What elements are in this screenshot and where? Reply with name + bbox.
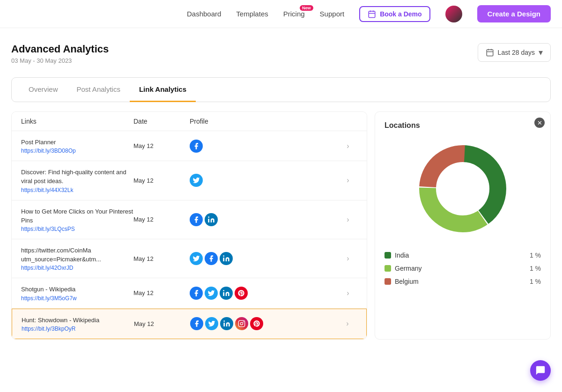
pi-icon: [235, 287, 248, 300]
col-date: Date: [133, 118, 190, 125]
svg-point-14: [243, 321, 244, 322]
page-header: Advanced Analytics 03 May - 30 May 2023 …: [11, 43, 551, 64]
donut-svg: [411, 137, 514, 240]
page-date-range: 03 May - 30 May 2023: [11, 57, 109, 64]
legend-dot: [385, 278, 391, 285]
table-row[interactable]: https://twitter.com/CoinMa utm_source=Pi…: [12, 239, 367, 278]
li-icon: [205, 213, 218, 226]
link-date: May 12: [133, 142, 190, 149]
profile-icons: [190, 317, 338, 330]
legend-item: Belgium 1 %: [385, 278, 541, 285]
svg-point-8: [208, 216, 209, 218]
create-design-button[interactable]: Create a Design: [477, 5, 551, 22]
table-row[interactable]: Discover: Find high-quality content and …: [12, 161, 367, 200]
fb-icon: [190, 213, 203, 226]
book-demo-button[interactable]: Book a Demo: [359, 6, 430, 22]
row-chevron[interactable]: ›: [339, 142, 357, 150]
link-url[interactable]: https://bit.ly/44X32Lk: [21, 187, 133, 193]
ig-icon: [235, 317, 248, 330]
profile-icons: [190, 213, 339, 226]
link-date: May 12: [133, 289, 190, 296]
link-title: Shotgun - Wikipedia: [21, 286, 75, 293]
profile-icons: [190, 174, 339, 187]
li-icon: [220, 252, 233, 265]
table-row[interactable]: Hunt: Showdown - Wikipediahttps://bit.ly…: [12, 309, 367, 339]
link-url[interactable]: https://bit.ly/3BkpOyR: [22, 325, 134, 332]
navbar: Dashboard Templates Pricing New Support …: [0, 0, 562, 28]
svg-rect-0: [369, 11, 375, 18]
tab-post-analytics[interactable]: Post Analytics: [67, 78, 130, 102]
legend-left: India: [385, 251, 409, 259]
link-title: https://twitter.com/CoinMa utm_source=Pi…: [21, 247, 101, 263]
chat-icon: [535, 365, 546, 376]
link-date: May 12: [134, 320, 190, 327]
svg-point-13: [240, 322, 243, 325]
legend-left: Germany: [385, 265, 422, 272]
link-url[interactable]: https://bit.ly/3LQcsPS: [21, 226, 133, 232]
svg-rect-12: [238, 320, 244, 326]
chevron-down-icon: ▾: [539, 47, 543, 58]
legend-left: Belgium: [385, 278, 419, 285]
table-row[interactable]: Shotgun - Wikipediahttps://bit.ly/3M5oG7…: [12, 278, 367, 308]
tabs-container: Overview Post Analytics Link Analytics: [11, 77, 551, 102]
legend-label: Belgium: [395, 278, 419, 285]
profile-icons: [190, 252, 339, 265]
links-table: Links Date Profile Post Plannerhttps://b…: [11, 111, 367, 340]
tw-icon: [190, 252, 203, 265]
locations-title: Locations: [385, 121, 541, 130]
legend-pct: 1 %: [530, 251, 541, 259]
col-links: Links: [21, 118, 133, 125]
fb-icon: [190, 287, 203, 300]
main-content: Advanced Analytics 03 May - 30 May 2023 …: [0, 28, 562, 355]
pi-icon: [250, 317, 263, 330]
table-body: Post Plannerhttps://bit.ly/3BD08OpMay 12…: [12, 131, 367, 339]
legend-dot: [385, 252, 391, 259]
col-profile: Profile: [190, 118, 339, 125]
fb-icon: [190, 317, 203, 330]
svg-rect-4: [487, 50, 493, 56]
calendar-small-icon: [486, 48, 494, 57]
link-date: May 12: [133, 177, 190, 184]
link-title: Hunt: Showdown - Wikipedia: [22, 317, 99, 324]
svg-point-10: [223, 290, 224, 291]
link-url[interactable]: https://bit.ly/3M5oG7w: [21, 295, 133, 302]
chat-bubble-button[interactable]: [530, 360, 551, 381]
nav-support[interactable]: Support: [320, 10, 345, 18]
nav-dashboard[interactable]: Dashboard: [187, 10, 221, 18]
tab-link-analytics[interactable]: Link Analytics: [130, 78, 196, 102]
table-header: Links Date Profile: [12, 112, 367, 131]
tw-icon: [205, 317, 218, 330]
svg-point-11: [223, 320, 225, 322]
row-chevron[interactable]: ›: [339, 176, 357, 185]
fb-icon: [190, 140, 203, 153]
link-url[interactable]: https://bit.ly/42OxrJD: [21, 265, 133, 271]
fb-icon: [205, 252, 218, 265]
tw-icon: [190, 174, 203, 187]
svg-point-9: [223, 255, 224, 257]
profile-icons: [190, 287, 339, 300]
date-range-button[interactable]: Last 28 days ▾: [478, 43, 551, 62]
tab-overview[interactable]: Overview: [19, 78, 67, 102]
row-chevron[interactable]: ›: [339, 254, 357, 263]
legend-item: Germany 1 %: [385, 265, 541, 272]
legend: India 1 % Germany 1 % Belgium 1 %: [385, 251, 541, 285]
nav-pricing[interactable]: Pricing New: [283, 10, 305, 18]
row-chevron[interactable]: ›: [338, 319, 357, 328]
row-chevron[interactable]: ›: [339, 215, 357, 224]
link-url[interactable]: https://bit.ly/3BD08Op: [21, 148, 133, 154]
table-row[interactable]: Post Plannerhttps://bit.ly/3BD08OpMay 12…: [12, 131, 367, 161]
close-locations-button[interactable]: ✕: [534, 118, 545, 128]
li-icon: [220, 317, 233, 330]
date-filter-label: Last 28 days: [498, 49, 535, 56]
legend-label: Germany: [395, 265, 422, 272]
table-row[interactable]: How to Get More Clicks on Your Pinterest…: [12, 200, 367, 239]
content-area: Links Date Profile Post Plannerhttps://b…: [11, 111, 551, 340]
link-date: May 12: [133, 216, 190, 223]
row-chevron[interactable]: ›: [339, 289, 357, 297]
legend-label: India: [395, 251, 409, 259]
locations-section: Locations ✕ India 1 %: [375, 111, 551, 340]
user-avatar[interactable]: [445, 6, 462, 22]
legend-pct: 1 %: [530, 265, 541, 272]
nav-templates[interactable]: Templates: [236, 10, 268, 18]
donut-chart: [385, 137, 541, 240]
